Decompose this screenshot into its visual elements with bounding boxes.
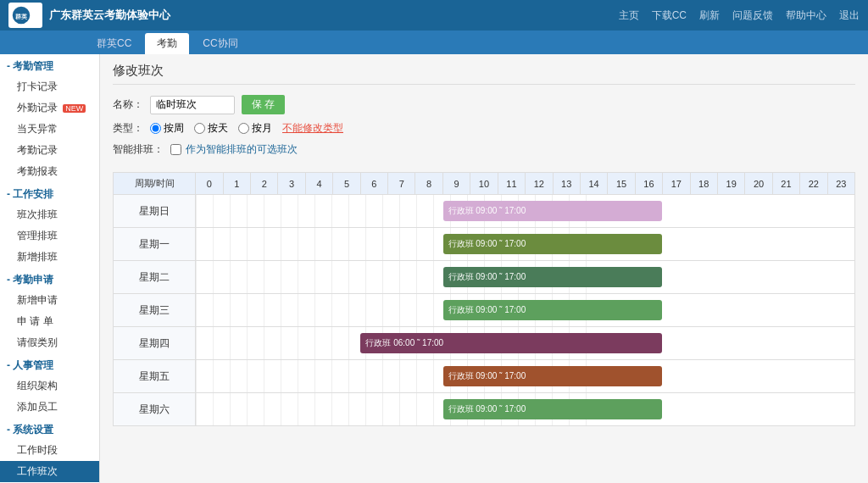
nav-download[interactable]: 下载CC (652, 8, 687, 23)
nav-refresh[interactable]: 刷新 (699, 8, 720, 23)
hour-header-1: 1 (223, 173, 250, 195)
hour-header-19: 19 (717, 173, 744, 195)
hour-header-7: 7 (388, 173, 415, 195)
sidebar-item-daka[interactable]: 打卡记录 (0, 76, 99, 97)
day-label-0: 星期日 (114, 195, 196, 228)
sidebar-item-xinzeng[interactable]: 新增排班 (0, 247, 99, 268)
hour-header-21: 21 (772, 173, 799, 195)
sidebar-item-zuzhi[interactable]: 组织架构 (0, 375, 99, 397)
name-label: 名称： (113, 97, 143, 112)
sidebar-group-gongzuo[interactable]: 工作安排 (0, 182, 99, 204)
smart-checkbox[interactable] (170, 144, 181, 155)
day-label-3: 星期三 (114, 294, 196, 327)
schedule-bar-5[interactable]: 行政班 09:00 ˜ 17:00 (443, 366, 663, 386)
schedule-bar-1[interactable]: 行政班 09:00 ˜ 17:00 (443, 234, 663, 254)
bar-cell-0: 行政班 09:00 ˜ 17:00 (196, 195, 855, 228)
form-type-row: 类型： 按周 按天 按月 不能修改类型 (113, 121, 855, 136)
sidebar-item-tianjia[interactable]: 添加员工 (0, 397, 99, 418)
name-input[interactable] (150, 96, 235, 114)
save-button[interactable]: 保 存 (242, 95, 285, 114)
form-smart-row: 智能排班： 作为智能排班的可选班次 (113, 142, 855, 157)
nav-logout[interactable]: 退出 (839, 8, 860, 23)
sidebar-item-banci[interactable]: 班次排班 (0, 204, 99, 225)
schedule-row-2: 星期二行政班 09:00 ˜ 17:00 (114, 261, 855, 294)
hour-header-17: 17 (663, 173, 690, 195)
schedule-bar-0[interactable]: 行政班 09:00 ˜ 17:00 (443, 201, 663, 221)
schedule-container: 周期/时间01234567891011121314151617181920212… (113, 164, 855, 426)
bar-cell-1: 行政班 09:00 ˜ 17:00 (196, 228, 855, 261)
hour-header-13: 13 (553, 173, 580, 195)
hour-header-2: 2 (251, 173, 278, 195)
bar-cell-6: 行政班 09:00 ˜ 17:00 (196, 393, 855, 426)
sidebar-item-kaoqinjilu[interactable]: 考勤记录 (0, 140, 99, 161)
hour-header-22: 22 (800, 173, 827, 195)
hour-header-6: 6 (360, 173, 387, 195)
nav-home[interactable]: 主页 (619, 8, 639, 23)
schedule-bar-4[interactable]: 行政班 06:00 ˜ 17:00 (360, 333, 662, 353)
schedule-bar-6[interactable]: 行政班 09:00 ˜ 17:00 (443, 399, 663, 419)
day-label-5: 星期五 (114, 360, 196, 393)
tab-kaoqin[interactable]: 考勤 (145, 33, 189, 54)
hour-header-9: 9 (442, 173, 470, 195)
cannot-change-type: 不能修改类型 (282, 121, 343, 136)
day-label-4: 星期四 (114, 327, 196, 360)
type-label: 类型： (113, 121, 143, 136)
day-label-6: 星期六 (114, 393, 196, 426)
main-content: 修改班次 名称： 保 存 类型： 按周 按天 按月 不能修改类型 (100, 54, 868, 483)
radio-by-month[interactable]: 按月 (238, 121, 272, 136)
hour-header-5: 5 (333, 173, 360, 195)
schedule-row-6: 星期六行政班 09:00 ˜ 17:00 (114, 393, 855, 426)
sidebar-item-gongzuobanci[interactable]: 工作班次 (0, 461, 99, 482)
schedule-row-4: 星期四行政班 06:00 ˜ 17:00 (114, 327, 855, 360)
schedule-row-1: 星期一行政班 09:00 ˜ 17:00 (114, 228, 855, 261)
sidebar-group-kaoqin[interactable]: 考勤管理 (0, 54, 99, 76)
hour-header-14: 14 (580, 173, 607, 195)
radio-by-week[interactable]: 按周 (150, 121, 184, 136)
hour-header-20: 20 (745, 173, 772, 195)
sidebar-item-qingjia[interactable]: 请假类别 (0, 332, 99, 353)
logo: 群英 (8, 3, 42, 28)
tab-cc[interactable]: CC协同 (191, 33, 249, 54)
tab-qunying[interactable]: 群英CC (85, 33, 143, 54)
nav-feedback[interactable]: 问题反馈 (732, 8, 773, 23)
sidebar-item-xinshenqing[interactable]: 新增申请 (0, 290, 99, 311)
hour-header-8: 8 (415, 173, 442, 195)
hour-header-11: 11 (498, 173, 525, 195)
hour-header-0: 0 (196, 173, 223, 195)
sidebar: 考勤管理 打卡记录 外勤记录 NEW 当天异常 考勤记录 考勤报表 工作安排 班… (0, 54, 100, 483)
schedule-header-label: 周期/时间 (114, 173, 196, 195)
hour-header-15: 15 (608, 173, 635, 195)
sidebar-item-shenqingdan[interactable]: 申 请 单 (0, 311, 99, 332)
svg-text:群英: 群英 (14, 13, 28, 19)
header: 群英 广东群英云考勤体验中心 主页 下载CC 刷新 问题反馈 帮助中心 退出 (0, 0, 868, 31)
schedule-row-3: 星期三行政班 09:00 ˜ 17:00 (114, 294, 855, 327)
schedule-bar-3[interactable]: 行政班 09:00 ˜ 17:00 (443, 300, 663, 320)
hour-header-16: 16 (635, 173, 662, 195)
sidebar-group-shenqing[interactable]: 考勤申请 (0, 268, 99, 290)
sidebar-item-waiqin[interactable]: 外勤记录 NEW (0, 97, 99, 119)
smart-label: 智能排班： (113, 142, 164, 157)
header-title: 广东群英云考勤体验中心 (49, 8, 170, 23)
header-nav: 主页 下载CC 刷新 问题反馈 帮助中心 退出 (619, 8, 860, 23)
bar-cell-3: 行政班 09:00 ˜ 17:00 (196, 294, 855, 327)
nav-help[interactable]: 帮助中心 (786, 8, 826, 23)
sidebar-group-renshi[interactable]: 人事管理 (0, 353, 99, 375)
schedule-bar-2[interactable]: 行政班 09:00 ˜ 17:00 (443, 267, 663, 287)
schedule-row-0: 星期日行政班 09:00 ˜ 17:00 (114, 195, 855, 228)
sidebar-item-gongzuoshiduan[interactable]: 工作时段 (0, 440, 99, 461)
hour-header-12: 12 (526, 173, 553, 195)
schedule-row-5: 星期五行政班 09:00 ˜ 17:00 (114, 360, 855, 393)
radio-by-day[interactable]: 按天 (194, 121, 228, 136)
sidebar-item-guanli[interactable]: 管理排班 (0, 225, 99, 247)
hour-header-18: 18 (690, 173, 717, 195)
header-left: 群英 广东群英云考勤体验中心 (8, 3, 170, 28)
schedule-table: 周期/时间01234567891011121314151617181920212… (113, 172, 855, 426)
layout: 考勤管理 打卡记录 外勤记录 NEW 当天异常 考勤记录 考勤报表 工作安排 班… (0, 54, 868, 483)
sidebar-group-xitong[interactable]: 系统设置 (0, 418, 99, 440)
tabbar: 群英CC 考勤 CC协同 (0, 31, 868, 54)
form-name-row: 名称： 保 存 (113, 95, 855, 114)
sidebar-item-dangtianyichang[interactable]: 当天异常 (0, 119, 99, 140)
sidebar-item-kaoqinbaobiao[interactable]: 考勤报表 (0, 161, 99, 182)
smart-checkbox-row: 作为智能排班的可选班次 (170, 142, 298, 157)
hour-header-10: 10 (470, 173, 498, 195)
